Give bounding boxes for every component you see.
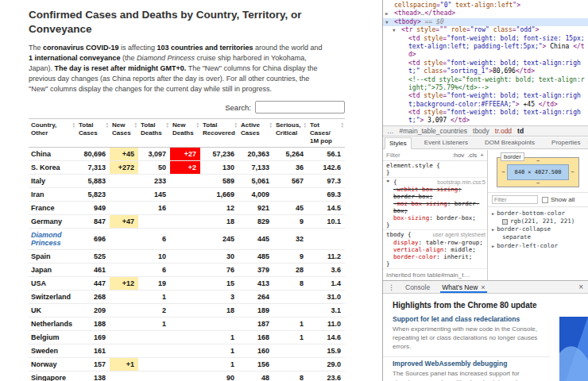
column-header[interactable]: New Cases▲▼ xyxy=(110,119,138,148)
css-declaration[interactable]: vertical-align: middle; xyxy=(386,246,485,253)
search-input[interactable] xyxy=(255,101,345,114)
dom-node[interactable]: <td style="font-weight: bold; text-align… xyxy=(383,109,588,125)
show-all-checkbox[interactable]: Show all xyxy=(542,196,574,203)
dom-node[interactable]: ▼<tr style="" role="row" class="odd"> xyxy=(383,26,588,34)
css-declaration[interactable]: box-sizing: border-box; xyxy=(386,214,485,221)
column-header[interactable]: Total Recovered▲▼ xyxy=(200,119,238,148)
tab-close-icon[interactable]: × xyxy=(481,283,485,291)
table-row: France94916129214514.5 xyxy=(29,202,345,215)
box-model-border-layer[interactable]: − − 840 × 4027.500 − − xyxy=(497,157,579,187)
tab-dom-breakpoints[interactable]: DOM Breakpoints xyxy=(481,137,539,148)
tab-properties[interactable]: Properties xyxy=(547,137,584,148)
tab-styles[interactable]: Styles xyxy=(385,137,412,149)
rule-selector[interactable]: * { xyxy=(386,179,397,186)
dom-node[interactable]: <td style="font-weight: bold; text-align… xyxy=(383,92,588,109)
dom-node[interactable]: ▼<tbody> == $0 xyxy=(383,18,588,26)
collapse-arrow-icon[interactable]: ▼ xyxy=(393,27,396,33)
more-tools-menu-icon[interactable]: ⋮ xyxy=(388,283,395,291)
country-link[interactable]: Diamond Princess xyxy=(29,229,76,250)
expand-arrow-icon[interactable]: ▶ xyxy=(492,211,494,216)
rule-close-brace: } xyxy=(386,221,485,229)
breadcrumb-item[interactable]: tbody xyxy=(473,127,489,135)
intro-text: The coronavirus COVID-19 is affecting 10… xyxy=(29,43,327,94)
column-header-label: New Cases xyxy=(112,121,131,137)
column-header[interactable]: Total Cases▲▼ xyxy=(76,119,110,148)
whats-new-link[interactable]: Improved WebAssembly debugging xyxy=(393,360,540,368)
data-cell: 5,061 xyxy=(238,175,273,188)
css-property-name: -webkit-box-sizing xyxy=(393,186,458,193)
computed-property-name[interactable]: ▶border-collapse xyxy=(492,225,584,233)
css-declaration[interactable]: display: table-row-group; xyxy=(386,239,485,246)
column-header[interactable]: New Deaths▲▼ xyxy=(170,119,200,148)
code-token: </td> xyxy=(539,101,558,108)
expand-arrow-icon[interactable]: ▶ xyxy=(492,227,494,232)
breadcrumb-item[interactable]: tr.odd xyxy=(495,127,512,135)
collapse-arrow-icon[interactable]: ▼ xyxy=(385,19,389,25)
rule-selector[interactable]: tbody { xyxy=(386,231,412,238)
computed-property-name[interactable]: ▶border-left-color xyxy=(492,242,584,250)
style-rule[interactable]: * {bootstrap.min.css:5-webkit-box-sizing… xyxy=(383,178,487,230)
code-token: text-align:left xyxy=(455,2,513,9)
data-cell xyxy=(110,291,138,304)
breadcrumb-item[interactable]: … xyxy=(387,127,394,135)
box-model-top-value[interactable]: − xyxy=(536,158,540,164)
rule-selector[interactable]: element.style { xyxy=(386,162,440,169)
css-declaration[interactable]: -moz-box-sizing: border-box; xyxy=(386,200,485,214)
dom-node[interactable]: <td style="font-weight: bold; text-align… xyxy=(383,60,588,76)
drawer-tab-console[interactable]: Console xyxy=(404,281,431,293)
column-header[interactable]: Serious, Critical▲▼ xyxy=(273,119,308,148)
whats-new-link[interactable]: Support for let and class redeclarations xyxy=(393,315,540,323)
computed-property[interactable]: ▶border-bottom-colorrgb(221, 221, 221) xyxy=(492,210,584,225)
data-cell: 14.6 xyxy=(308,331,345,344)
computed-filter-input[interactable]: Filter xyxy=(492,195,538,204)
computed-property[interactable]: ▶border-collapseseparate xyxy=(492,225,584,241)
stylesheet-link[interactable]: bootstrap.min.css:5 xyxy=(437,179,485,186)
expand-arrow-icon[interactable]: ▶ xyxy=(385,10,389,17)
css-declaration[interactable]: -webkit-box-sizing: border-box; xyxy=(386,186,485,200)
box-model-left-value[interactable]: − xyxy=(500,169,507,175)
stylesheet-link[interactable]: user agent stylesheet xyxy=(432,232,485,238)
checkbox-icon[interactable] xyxy=(542,197,548,203)
data-cell xyxy=(170,202,200,215)
country-cell: China xyxy=(29,148,76,161)
data-cell: 187 xyxy=(238,318,273,331)
code-token: style xyxy=(416,26,435,33)
data-cell: 445 xyxy=(238,229,273,250)
style-rule[interactable]: tbody {user agent stylesheetdisplay: tab… xyxy=(383,230,487,268)
breadcrumb-item[interactable]: #main_table_countries xyxy=(400,127,468,135)
styles-filter-input[interactable]: Filter xyxy=(386,152,400,159)
toggle-hover-state-button[interactable]: :hov xyxy=(452,152,464,159)
tab-overflow-icon[interactable]: » xyxy=(585,137,588,148)
drawer-close-icon[interactable]: × xyxy=(578,283,583,291)
table-body: China80,696+453,097+2757,23620,3635,2645… xyxy=(29,148,345,381)
computed-property[interactable]: ▶border-left-color xyxy=(492,242,584,250)
new-style-rule-button[interactable]: + xyxy=(480,152,484,159)
box-model-right-value[interactable]: − xyxy=(569,169,576,175)
box-model-bottom-value[interactable]: − xyxy=(536,180,540,187)
toggle-classes-button[interactable]: .cls xyxy=(467,152,477,159)
data-cell: 829 xyxy=(238,215,273,229)
sort-icon: ▲▼ xyxy=(269,122,273,128)
dom-node[interactable]: <!--<td style="font-weight: bold; text-a… xyxy=(383,76,588,93)
column-header[interactable]: Active Cases▲▼ xyxy=(238,119,273,148)
dom-node[interactable]: <td style="font-weight: bold; font-size:… xyxy=(383,35,588,60)
data-cell: 1 xyxy=(200,331,238,344)
dom-node[interactable]: ▶<thead>…</thead> xyxy=(383,10,588,17)
country-cell: Japan xyxy=(29,264,76,277)
drawer-tab-what-s-new[interactable]: What's New× xyxy=(440,281,486,293)
column-header[interactable]: Total Deaths▲▼ xyxy=(138,119,170,148)
box-model-content[interactable]: 840 × 4027.500 xyxy=(507,164,569,180)
column-header[interactable]: Country, Other▲▼ xyxy=(29,119,76,148)
table-row: Germany847+4718829910.1 xyxy=(29,215,345,229)
style-rule[interactable]: element.style {} xyxy=(383,161,487,178)
css-declaration[interactable]: border-color: inherit; xyxy=(386,253,485,260)
data-cell: 76 xyxy=(200,264,238,277)
tab-event-listeners[interactable]: Event Listeners xyxy=(420,137,472,148)
expand-arrow-icon[interactable]: ▶ xyxy=(492,244,494,248)
column-header[interactable]: Tot Cases/ 1M pop▲▼ xyxy=(308,119,345,148)
dom-node[interactable]: cellspacing="0" text-align:left"> xyxy=(383,2,588,10)
computed-property-name[interactable]: ▶border-bottom-color xyxy=(492,210,584,217)
breadcrumb-item[interactable]: td xyxy=(517,127,524,135)
data-cell: 9 xyxy=(273,250,308,264)
table-header-row: Country, Other▲▼Total Cases▲▼New Cases▲▼… xyxy=(29,119,345,148)
